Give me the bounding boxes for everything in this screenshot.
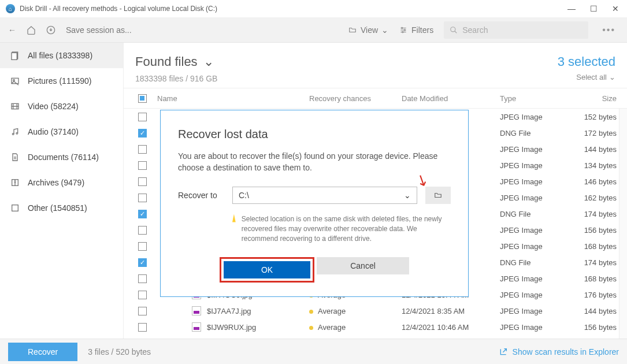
row-checkbox[interactable]	[138, 291, 147, 299]
select-all-link[interactable]: Select all⌄	[558, 73, 615, 81]
svg-point-1	[402, 27, 403, 28]
other-icon	[10, 203, 20, 213]
row-checkbox[interactable]: ✓	[138, 129, 147, 138]
sidebar-item-audio[interactable]: Audio (37140)	[0, 119, 123, 144]
size-cell: 176 bytes	[569, 291, 627, 299]
ok-button[interactable]: OK	[224, 261, 310, 278]
sidebar-item-archives[interactable]: Archives (9479)	[0, 170, 123, 195]
file-name: $IJW9RUX.jpg	[207, 323, 256, 332]
type-cell: JPEG Image	[500, 242, 569, 251]
chevron-down-icon: ⌄	[203, 54, 214, 69]
more-menu[interactable]: •••	[599, 25, 619, 35]
scrollbar[interactable]	[619, 109, 627, 339]
chevron-down-icon: ⌄	[609, 73, 615, 81]
download-icon	[46, 25, 55, 35]
titlebar: ⌂ Disk Drill - All recovery methods - Lo…	[0, 0, 627, 17]
row-checkbox[interactable]: ✓	[138, 258, 147, 267]
type-cell: JPEG Image	[500, 145, 569, 154]
size-cell: 174 bytes	[569, 258, 627, 267]
status-dot	[309, 326, 313, 330]
selected-count: 3 selected	[558, 54, 615, 69]
sidebar-item-label: Pictures (111590)	[28, 76, 92, 86]
size-cell: 146 bytes	[569, 177, 627, 186]
row-checkbox[interactable]: ✓	[138, 210, 147, 218]
col-recovery[interactable]: Recovery chances	[309, 94, 402, 103]
show-in-explorer-link[interactable]: Show scan results in Explorer	[499, 347, 619, 356]
table-row[interactable]: $IJW9RUX.jpgAverage12/4/2021 10:46 AMJPE…	[124, 319, 627, 335]
page-title[interactable]: Found files ⌄	[135, 54, 217, 69]
search-placeholder: Search	[462, 25, 488, 35]
sidebar-item-other[interactable]: Other (1540851)	[0, 195, 123, 221]
footer: Recover 3 files / 520 bytes Show scan re…	[0, 339, 627, 364]
sidebar-item-pictures[interactable]: Pictures (111590)	[0, 68, 123, 94]
svg-point-2	[404, 29, 405, 30]
row-checkbox[interactable]	[138, 194, 147, 202]
sidebar-item-label: Audio (37140)	[28, 127, 79, 136]
maximize-button[interactable]: ☐	[588, 4, 599, 13]
svg-point-11	[16, 132, 18, 134]
table-row[interactable]: $IJ7AA7J.jpgAverage12/4/2021 8:35 AMJPEG…	[124, 303, 627, 319]
home-button[interactable]	[27, 25, 36, 35]
recover-dialog: Recover lost data You are about to recov…	[160, 110, 469, 297]
size-cell: 144 bytes	[569, 307, 627, 315]
search-icon	[450, 26, 458, 34]
col-size[interactable]: Size	[569, 94, 627, 103]
col-date[interactable]: Date Modified	[402, 94, 500, 103]
view-dropdown[interactable]: View ⌄	[348, 25, 388, 35]
chevron-down-icon: ⌄	[404, 191, 411, 200]
destination-dropdown[interactable]: C:\ ⌄	[232, 187, 417, 204]
warning-icon	[232, 214, 236, 222]
col-type[interactable]: Type	[500, 94, 569, 103]
sliders-icon	[399, 26, 408, 34]
row-checkbox[interactable]	[138, 177, 147, 186]
type-cell: JPEG Image	[500, 194, 569, 202]
header-checkbox[interactable]	[138, 94, 147, 103]
file-count: 1833398 files / 916 GB	[135, 74, 217, 83]
type-cell: JPEG Image	[500, 177, 569, 186]
date-cell: 12/4/2021 10:46 AM	[402, 323, 500, 332]
filters-button[interactable]: Filters	[399, 25, 433, 35]
app-icon: ⌂	[6, 4, 15, 13]
svg-point-4	[451, 27, 455, 31]
external-icon	[499, 347, 508, 356]
type-cell: JPEG Image	[500, 291, 569, 299]
sidebar-item-documents[interactable]: Documents (76114)	[0, 144, 123, 170]
svg-point-3	[402, 31, 403, 32]
table-header: Name Recovery chances Date Modified Type…	[124, 88, 627, 109]
size-cell: 156 bytes	[569, 323, 627, 332]
col-name[interactable]: Name	[153, 94, 309, 103]
browse-button[interactable]	[425, 187, 451, 204]
sidebar-item-all[interactable]: All files (1833398)	[0, 43, 123, 68]
type-cell: JPEG Image	[500, 161, 569, 170]
search-input[interactable]: Search	[444, 21, 588, 39]
row-checkbox[interactable]	[138, 113, 147, 121]
minimize-button[interactable]: —	[566, 4, 577, 13]
size-cell: 144 bytes	[569, 145, 627, 154]
row-checkbox[interactable]	[138, 161, 147, 170]
type-cell: JPEG Image	[500, 323, 569, 332]
type-cell: DNG File	[500, 210, 569, 218]
row-checkbox[interactable]	[138, 307, 147, 315]
cancel-button[interactable]: Cancel	[317, 257, 409, 274]
back-button[interactable]: ←	[8, 25, 16, 35]
download-button[interactable]	[46, 25, 55, 35]
save-session-button[interactable]: Save session as...	[66, 25, 132, 35]
row-checkbox[interactable]	[138, 323, 147, 332]
svg-point-10	[12, 133, 14, 135]
view-label: View	[361, 25, 378, 35]
file-icon	[192, 306, 201, 315]
type-cell: JPEG Image	[500, 274, 569, 283]
close-button[interactable]: ✕	[610, 4, 621, 13]
type-cell: JPEG Image	[500, 307, 569, 315]
sidebar-item-label: Archives (9479)	[28, 178, 84, 187]
type-cell: JPEG Image	[500, 113, 569, 121]
recover-button[interactable]: Recover	[8, 343, 77, 361]
size-cell: 174 bytes	[569, 210, 627, 218]
sidebar-item-video[interactable]: Video (58224)	[0, 94, 123, 119]
row-checkbox[interactable]	[138, 242, 147, 251]
row-checkbox[interactable]	[138, 274, 147, 283]
size-cell: 168 bytes	[569, 274, 627, 283]
chevron-down-icon: ⌄	[381, 25, 388, 35]
row-checkbox[interactable]	[138, 145, 147, 154]
row-checkbox[interactable]	[138, 226, 147, 235]
